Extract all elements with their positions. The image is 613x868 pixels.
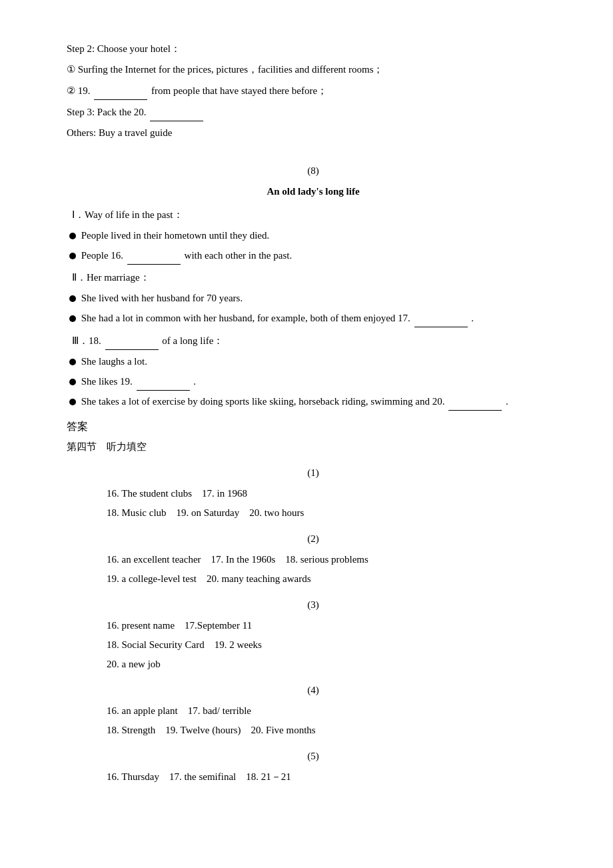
answer-group-5: 16. Thursday 17. the semifinal 18. 21－21 (107, 768, 560, 786)
section8-title: An old lady's long life (67, 183, 560, 201)
answer-group-5-number: (5) (67, 747, 560, 765)
answer-2-line-2: 19. a college-level test 20. many teachi… (107, 570, 560, 588)
answer-3-line-2: 18. Social Security Card 19. 2 weeks (107, 636, 560, 654)
bullet-icon-1 (69, 233, 76, 239)
answer-group-3-number: (3) (67, 596, 560, 614)
bullet3-text: She lived with her husband for 70 years. (81, 293, 243, 303)
answer-group-4-number: (4) (67, 681, 560, 699)
bullet2: People 16. with each other in the past. (69, 246, 560, 265)
answer-1-line-2: 18. Music club 19. on Saturday 20. two h… (107, 504, 560, 522)
answer-3-line-3: 20. a new job (107, 655, 560, 673)
step2-item2: ② 19. from people that have stayed there… (67, 81, 560, 100)
bullet-icon-2 (69, 253, 76, 259)
blank-19-step (94, 81, 147, 100)
blank-18 (105, 331, 159, 350)
answer-group-1-number: (1) (67, 464, 560, 482)
step2-item2-prefix: ② 19. (67, 85, 91, 96)
answer-group-2: 16. an excellent teacher 17. In the 1960… (107, 551, 560, 588)
roman3-header: Ⅲ．18. of a long life： (72, 331, 560, 350)
answer-group-4: 16. an apple plant 17. bad/ terrible 18.… (107, 702, 560, 739)
bullet4: She had a lot in common with her husband… (69, 309, 560, 327)
bullet7: She takes a lot of exercise by doing spo… (69, 392, 560, 411)
answer-group-1: 16. The student clubs 17. in 1968 18. Mu… (107, 485, 560, 522)
bullet6-suffix: . (193, 376, 196, 387)
bullet-icon-6 (69, 379, 76, 385)
step3-line: Step 3: Pack the 20. (67, 103, 560, 121)
roman3-text: Ⅲ．18. (72, 335, 101, 346)
bullet2-prefix: People 16. (81, 250, 123, 261)
section8-number: (8) (67, 162, 560, 180)
others-text: Others: Buy a travel guide (67, 127, 172, 138)
answer-5-line-1: 16. Thursday 17. the semifinal 18. 21－21 (107, 768, 560, 786)
answer-group-2-number: (2) (67, 530, 560, 548)
bullet2-suffix: with each other in the past. (185, 250, 293, 261)
answer-3-line-1: 16. present name 17.September 11 (107, 617, 560, 635)
step2-item2-suffix: from people that have stayed there befor… (151, 85, 327, 96)
bullet7-prefix: She takes a lot of exercise by doing spo… (81, 396, 445, 407)
roman2-header: Ⅱ．Her marriage： (72, 269, 560, 287)
bullet-icon-7 (69, 399, 76, 405)
answer-1-line-1: 16. The student clubs 17. in 1968 (107, 485, 560, 503)
answer-4-line-2: 18. Strength 19. Twelve (hours) 20. Five… (107, 721, 560, 739)
roman1-header: Ⅰ．Way of life in the past： (72, 206, 560, 224)
answers-section: 答案 第四节 听力填空 (1) 16. The student clubs 17… (67, 417, 560, 786)
answers-header: 答案 (67, 417, 560, 437)
bullet-icon-3 (69, 295, 76, 302)
answer-group-3: 16. present name 17.September 11 18. Soc… (107, 617, 560, 673)
step2-label: Step 2: Choose your hotel： (67, 43, 181, 54)
blank-17 (414, 309, 468, 327)
step2-item1: ① Surfing the Internet for the prices, p… (67, 61, 560, 79)
bullet5-text: She laughs a lot. (81, 356, 147, 367)
step2-header: Step 2: Choose your hotel： (67, 40, 560, 58)
roman3-suffix: of a long life： (162, 335, 223, 346)
blank-16 (127, 246, 181, 265)
bullet3: She lived with her husband for 70 years. (69, 289, 560, 307)
blank-19 (137, 372, 190, 391)
others-line: Others: Buy a travel guide (67, 124, 560, 142)
subsection-header: 第四节 听力填空 (67, 438, 560, 456)
answer-2-line-1: 16. an excellent teacher 17. In the 1960… (107, 551, 560, 569)
bullet6: She likes 19. . (69, 372, 560, 391)
bullet-icon-4 (69, 315, 76, 322)
step3-text: Step 3: Pack the 20. (67, 107, 147, 117)
bullet4-suffix: . (471, 313, 474, 323)
bullet1: People lived in their hometown until the… (69, 227, 560, 245)
bullet1-text: People lived in their hometown until the… (81, 230, 269, 241)
blank-20 (448, 392, 502, 411)
step2-item1-text: ① Surfing the Internet for the prices, p… (67, 64, 384, 75)
bullet6-prefix: She likes 19. (81, 376, 133, 387)
blank-20-step (150, 103, 203, 121)
bullet5: She laughs a lot. (69, 353, 560, 371)
bullet-icon-5 (69, 359, 76, 365)
bullet4-prefix: She had a lot in common with her husband… (81, 313, 410, 323)
answer-4-line-1: 16. an apple plant 17. bad/ terrible (107, 702, 560, 720)
bullet7-suffix: . (506, 396, 508, 407)
